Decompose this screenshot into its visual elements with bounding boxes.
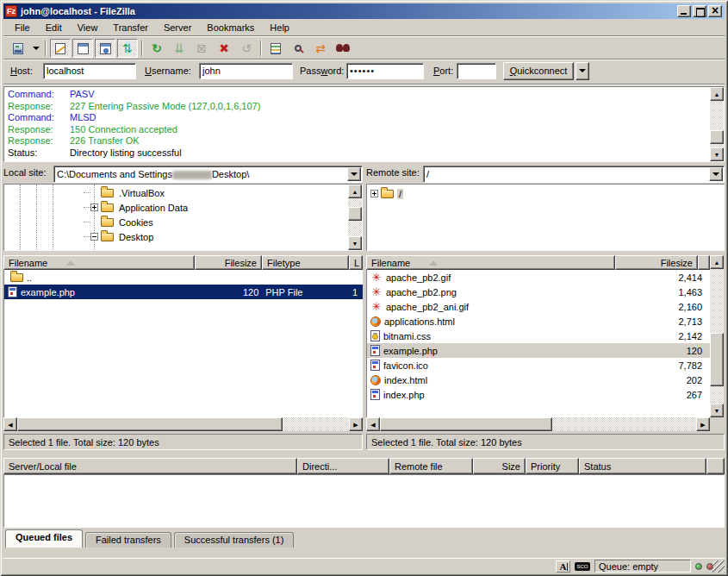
quickconnect-button[interactable]: Quickconnect xyxy=(503,62,574,80)
file-row[interactable]: ✳apache_pb2.gif 2,414 xyxy=(367,270,710,285)
filter-button[interactable] xyxy=(265,39,286,58)
local-tree-scrollbar[interactable] xyxy=(348,185,362,250)
tree-item-label[interactable]: Desktop xyxy=(117,232,155,242)
quickconnect-dropdown-button[interactable] xyxy=(576,62,589,80)
local-directory-tree[interactable]: .VirtualBox Application Data Cookies Des… xyxy=(3,184,363,251)
scroll-left-button[interactable] xyxy=(3,417,17,431)
toggle-local-tree-button[interactable] xyxy=(72,39,93,58)
column-header-filename[interactable]: Filename xyxy=(366,255,615,270)
scrollbar-thumb[interactable] xyxy=(380,417,552,431)
site-manager-button[interactable] xyxy=(8,39,28,58)
menu-transfer[interactable]: Transfer xyxy=(105,21,156,34)
title-bar[interactable]: Fz john@localhost - FileZilla xyxy=(3,3,725,19)
cancel-operation-button[interactable]: ⊠ xyxy=(191,39,212,58)
log-scrollbar[interactable] xyxy=(710,87,724,161)
file-row[interactable]: index.html 202 xyxy=(367,373,710,387)
tree-item-label[interactable]: Cookies xyxy=(117,217,155,228)
tree-item-label[interactable]: .VirtualBox xyxy=(117,188,166,198)
tree-item-label[interactable]: Application Data xyxy=(117,203,190,213)
message-log[interactable]: Command:PASV Response:227 Entering Passi… xyxy=(3,86,725,162)
resize-grip[interactable] xyxy=(712,560,725,573)
close-button[interactable] xyxy=(708,5,722,17)
remote-site-combo[interactable]: / xyxy=(423,166,725,183)
scroll-left-button[interactable] xyxy=(366,417,380,431)
column-header-direction[interactable]: Directi... xyxy=(297,458,389,474)
column-header-server-local-file[interactable]: Server/Local file xyxy=(3,458,297,474)
scroll-right-button[interactable] xyxy=(696,417,710,431)
find-files-button[interactable] xyxy=(333,39,353,58)
remote-list-hscrollbar[interactable] xyxy=(366,417,710,431)
column-header-filename[interactable]: Filename xyxy=(3,255,195,270)
port-input[interactable] xyxy=(457,63,496,79)
reconnect-button[interactable]: ↺ xyxy=(236,39,257,58)
toggle-message-log-button[interactable] xyxy=(50,39,71,58)
username-input[interactable]: john xyxy=(199,63,293,79)
file-row-selected[interactable]: example.php 120 xyxy=(367,343,710,358)
toggle-remote-tree-button[interactable] xyxy=(95,39,115,58)
expand-plus-icon[interactable] xyxy=(370,190,378,197)
column-header-filesize[interactable]: Filesize xyxy=(615,255,698,270)
file-row-parent-dir[interactable]: .. xyxy=(4,270,363,285)
remote-file-list[interactable]: ✳apache_pb2.gif 2,414 ✳apache_pb2.png 1,… xyxy=(366,270,710,417)
host-input[interactable]: localhost xyxy=(43,63,136,79)
tab-queued-files[interactable]: Queued files xyxy=(5,529,83,548)
remote-list-scrollbar[interactable] xyxy=(710,255,724,417)
column-header-filesize[interactable]: Filesize xyxy=(195,255,262,270)
tree-item-application-data[interactable]: Application Data xyxy=(84,200,190,215)
scroll-up-button[interactable] xyxy=(348,185,362,198)
menu-help[interactable]: Help xyxy=(262,21,297,34)
tree-item-virtualbox[interactable]: .VirtualBox xyxy=(84,185,166,200)
column-header-filetype[interactable]: Filetype xyxy=(262,255,349,270)
menu-view[interactable]: View xyxy=(70,21,106,34)
directory-comparison-button[interactable] xyxy=(288,39,308,58)
tab-successful-transfers[interactable]: Successful transfers (1) xyxy=(174,532,295,548)
scrollbar-thumb[interactable] xyxy=(710,130,724,144)
refresh-button[interactable]: ↻ xyxy=(146,39,167,58)
tree-item-label[interactable]: / xyxy=(397,189,403,199)
synchronized-browsing-button[interactable]: ⇄ xyxy=(310,39,331,58)
toggle-transfer-queue-button[interactable]: ⇅ xyxy=(117,39,138,58)
local-site-combo[interactable]: C:\Documents and SettingsDesktop\ xyxy=(53,166,363,183)
maximize-button[interactable] xyxy=(693,5,706,17)
tree-item-cookies[interactable]: Cookies xyxy=(84,215,155,229)
scroll-right-button[interactable] xyxy=(349,417,363,431)
scroll-down-button[interactable] xyxy=(710,147,724,161)
column-header-priority[interactable]: Priority xyxy=(526,458,579,474)
minimize-button[interactable] xyxy=(677,5,691,17)
scroll-up-button[interactable] xyxy=(710,255,724,269)
collapse-minus-icon[interactable] xyxy=(90,233,98,241)
scroll-down-button[interactable] xyxy=(348,236,362,250)
password-input[interactable]: •••••• xyxy=(346,63,424,79)
remote-site-dropdown-button[interactable] xyxy=(709,167,723,181)
tab-failed-transfers[interactable]: Failed transfers xyxy=(85,532,171,548)
expand-plus-icon[interactable] xyxy=(90,203,98,211)
scroll-up-button[interactable] xyxy=(710,87,724,101)
column-header-remote-file[interactable]: Remote file xyxy=(389,458,473,474)
local-site-dropdown-button[interactable] xyxy=(347,167,361,181)
tree-item-root[interactable]: / xyxy=(370,186,403,201)
transfer-type-indicator-icon[interactable]: A xyxy=(556,560,570,573)
scrollbar-thumb[interactable] xyxy=(710,333,724,386)
scrollbar-thumb[interactable] xyxy=(17,417,283,431)
file-row[interactable]: index.php 267 xyxy=(367,387,710,402)
tree-item-desktop[interactable]: Desktop xyxy=(84,229,155,244)
site-manager-dropdown-button[interactable] xyxy=(30,39,41,58)
menu-server[interactable]: Server xyxy=(156,21,199,34)
status-indicator-badge-icon[interactable]: SCO xyxy=(575,562,590,571)
file-row[interactable]: applications.html 2,713 xyxy=(367,314,710,329)
transfer-queue-list[interactable] xyxy=(3,474,725,528)
menu-bookmarks[interactable]: Bookmarks xyxy=(199,21,262,34)
column-header-size[interactable]: Size xyxy=(473,458,526,474)
menu-file[interactable]: File xyxy=(7,21,38,34)
process-queue-button[interactable]: ⇊ xyxy=(169,39,190,58)
menu-edit[interactable]: Edit xyxy=(38,21,70,34)
disconnect-button[interactable]: ✖ xyxy=(214,39,234,58)
file-row[interactable]: ✳apache_pb2.png 1,463 xyxy=(367,285,710,299)
local-list-hscrollbar[interactable] xyxy=(3,417,363,431)
column-header-status[interactable]: Status xyxy=(579,458,706,474)
remote-directory-tree[interactable]: / xyxy=(366,184,725,251)
file-row[interactable]: ✳apache_pb2_ani.gif 2,160 xyxy=(367,299,710,314)
file-row-example-php[interactable]: example.php 120 PHP File 1 xyxy=(4,285,363,299)
scrollbar-thumb[interactable] xyxy=(348,207,362,221)
local-file-list[interactable]: .. example.php 120 PHP File 1 xyxy=(3,270,363,417)
